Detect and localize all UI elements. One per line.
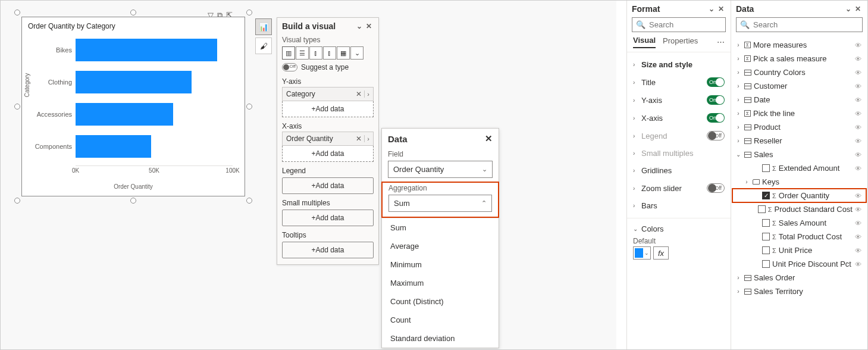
search-input[interactable]: [753, 20, 858, 29]
resize-handle[interactable]: [14, 198, 20, 204]
visual-type-column[interactable]: ⫿: [309, 46, 322, 60]
table-node[interactable]: ›ΣMore measures👁: [732, 38, 866, 52]
aggregation-option[interactable]: Maximum: [382, 274, 499, 292]
format-row[interactable]: ›X-axisOn: [629, 109, 728, 127]
format-search[interactable]: 🔍: [632, 17, 726, 32]
aggregation-option[interactable]: Standard deviation: [382, 329, 499, 348]
format-visual-button[interactable]: 🖌: [255, 38, 272, 54]
close-icon[interactable]: ✕: [716, 5, 726, 13]
field-node[interactable]: ΣProduct Standard Cost👁: [732, 202, 866, 216]
chevron-down-icon[interactable]: ⌄: [844, 5, 853, 13]
add-data-xaxis[interactable]: +Add data: [283, 145, 373, 161]
format-row[interactable]: ›Gridlines: [629, 162, 728, 179]
chevron-down-icon[interactable]: ⌄: [355, 22, 364, 30]
toggle[interactable]: On: [707, 113, 725, 123]
resize-handle[interactable]: [246, 198, 252, 204]
more-icon[interactable]: ⋯: [717, 38, 725, 46]
bar[interactable]: [76, 135, 151, 158]
format-row[interactable]: ›Size and style: [629, 56, 728, 73]
hide-icon[interactable]: 👁: [855, 138, 864, 145]
hide-icon[interactable]: 👁: [855, 55, 864, 62]
visual-container[interactable]: ▽ ⧉ ⇱ … Order Quantity by Category Categ…: [17, 12, 249, 201]
checkbox[interactable]: [758, 205, 766, 213]
add-data-small[interactable]: +Add data: [282, 210, 374, 226]
suggest-toggle[interactable]: Off: [282, 63, 297, 71]
folder-node[interactable]: ›Keys: [732, 175, 866, 189]
tab-properties[interactable]: Properties: [663, 36, 698, 48]
table-node[interactable]: ›Sales Order: [732, 271, 866, 285]
bar-chart-visual[interactable]: Order Quantity by Category Category Bike…: [21, 17, 245, 196]
aggregation-option[interactable]: Count (Distinct): [382, 292, 499, 311]
toggle[interactable]: On: [707, 95, 725, 105]
report-canvas[interactable]: ▽ ⧉ ⇱ … Order Quantity by Category Categ…: [1, 1, 616, 350]
visual-type-chevron[interactable]: ⌄: [350, 46, 364, 60]
build-visual-button[interactable]: 📊: [255, 18, 272, 35]
hide-icon[interactable]: 👁: [855, 124, 864, 131]
hide-icon[interactable]: 👁: [855, 83, 864, 90]
checkbox[interactable]: [762, 246, 770, 254]
table-node[interactable]: ›ΣPick the line👁: [732, 107, 866, 120]
visual-type-column2[interactable]: ⫿: [323, 46, 336, 60]
add-data-yaxis[interactable]: +Add data: [283, 101, 373, 117]
chevron-down-icon[interactable]: ⌄: [707, 5, 716, 13]
hide-icon[interactable]: 👁: [855, 42, 864, 49]
resize-handle[interactable]: [130, 10, 136, 15]
hide-icon[interactable]: 👁: [855, 261, 864, 268]
remove-icon[interactable]: ✕: [353, 135, 364, 143]
field-node[interactable]: ΣSales Amount👁: [732, 216, 866, 230]
visual-type-clustered-bar[interactable]: ☰: [296, 46, 309, 60]
hide-icon[interactable]: 👁: [855, 165, 864, 172]
table-node[interactable]: ›Sales Territory: [732, 285, 866, 298]
checkbox[interactable]: [762, 164, 770, 172]
remove-icon[interactable]: ✕: [353, 90, 364, 98]
format-row[interactable]: ›TitleOn: [629, 73, 728, 91]
visual-type-table[interactable]: ▦: [337, 46, 350, 60]
hide-icon[interactable]: 👁: [855, 247, 864, 254]
close-icon[interactable]: ✕: [485, 133, 493, 144]
table-node[interactable]: ›Country Colors👁: [732, 65, 866, 79]
color-picker[interactable]: ⌄: [633, 246, 651, 260]
aggregation-option[interactable]: Average: [382, 237, 499, 255]
format-row[interactable]: ›Zoom sliderOff: [629, 179, 728, 197]
hide-icon[interactable]: 👁: [855, 151, 864, 158]
hide-icon[interactable]: 👁: [855, 110, 864, 117]
resize-handle[interactable]: [14, 10, 20, 15]
yaxis-chip[interactable]: Category ✕ ›: [282, 87, 374, 101]
xaxis-chip[interactable]: Order Quantity ✕ ›: [282, 132, 374, 146]
colors-row[interactable]: ⌄Colors: [633, 222, 725, 236]
add-data-tooltips[interactable]: +Add data: [282, 242, 374, 258]
resize-handle[interactable]: [130, 198, 136, 204]
table-node[interactable]: ›Date👁: [732, 93, 866, 107]
resize-handle[interactable]: [14, 104, 20, 110]
add-data-legend[interactable]: +Add data: [282, 177, 374, 194]
aggregation-select[interactable]: Sum⌃: [388, 195, 492, 212]
checkbox[interactable]: ✓: [762, 192, 770, 199]
close-icon[interactable]: ✕: [364, 22, 374, 30]
table-node[interactable]: ›ΣPick a sales measure👁: [732, 52, 866, 65]
hide-icon[interactable]: 👁: [855, 96, 864, 104]
format-row[interactable]: ›Bars: [629, 197, 728, 214]
checkbox[interactable]: [762, 219, 770, 227]
field-select[interactable]: Order Quantity⌄: [388, 161, 493, 178]
hide-icon[interactable]: 👁: [855, 69, 864, 76]
hide-icon[interactable]: 👁: [855, 192, 864, 199]
resize-handle[interactable]: [246, 10, 252, 15]
field-node[interactable]: ΣUnit Price👁: [732, 243, 866, 257]
bar[interactable]: [76, 39, 217, 61]
hide-icon[interactable]: 👁: [855, 233, 864, 240]
checkbox[interactable]: [762, 260, 770, 268]
table-node[interactable]: ›Reseller👁: [732, 134, 866, 148]
tab-visual[interactable]: Visual: [633, 36, 656, 48]
chevron-right-icon[interactable]: ›: [364, 135, 369, 142]
toggle[interactable]: On: [707, 77, 725, 87]
bar[interactable]: [76, 103, 173, 126]
hide-icon[interactable]: 👁: [855, 220, 864, 227]
field-node[interactable]: ✓ΣOrder Quantity👁: [732, 189, 866, 202]
aggregation-option[interactable]: Count: [382, 311, 499, 329]
toggle[interactable]: Off: [707, 183, 725, 193]
fx-button[interactable]: fx: [653, 246, 669, 260]
bar[interactable]: [76, 71, 192, 93]
data-search[interactable]: 🔍: [736, 17, 863, 32]
aggregation-option[interactable]: Minimum: [382, 255, 499, 274]
chevron-right-icon[interactable]: ›: [364, 90, 369, 98]
